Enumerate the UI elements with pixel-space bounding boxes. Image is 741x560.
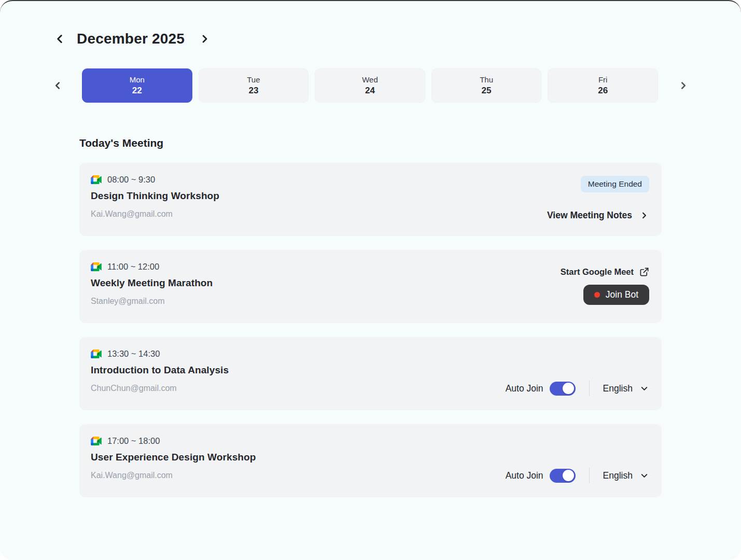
google-meet-icon <box>91 175 102 184</box>
chevron-left-icon <box>53 32 66 46</box>
day-card-tue-23[interactable]: Tue 23 <box>199 68 309 103</box>
meeting-organizer: ChunChun@gmail.com <box>91 384 229 393</box>
language-dropdown[interactable]: English <box>603 470 649 481</box>
meeting-scheduler-window: December 2025 Mon 22 Tue 23 Wed <box>0 0 741 560</box>
prev-month-button[interactable] <box>51 30 68 48</box>
chevron-left-icon <box>52 80 63 91</box>
toggle-knob <box>563 383 574 394</box>
meeting-time: 13:30 ~ 14:30 <box>107 349 160 359</box>
google-meet-icon <box>91 349 102 358</box>
meeting-time: 08:00 ~ 9:30 <box>107 175 155 185</box>
next-month-button[interactable] <box>196 30 214 48</box>
day-card-mon-22[interactable]: Mon 22 <box>82 68 192 103</box>
day-strip-next-button[interactable] <box>677 79 690 92</box>
chevron-right-icon <box>678 80 689 91</box>
google-meet-icon <box>91 262 102 271</box>
chevron-down-icon <box>639 471 649 481</box>
day-name: Thu <box>480 75 493 84</box>
view-meeting-notes-button[interactable]: View Meeting Notes <box>547 210 649 221</box>
meeting-organizer: Kai.Wang@gmail.com <box>91 209 219 219</box>
auto-join-toggle[interactable] <box>550 382 576 396</box>
day-date: 22 <box>132 86 142 96</box>
day-date: 25 <box>482 86 492 96</box>
section-title: Today's Meeting <box>79 137 662 149</box>
join-bot-button[interactable]: Join Bot <box>583 285 649 305</box>
day-date: 26 <box>598 86 608 96</box>
meeting-info: 11:00 ~ 12:00 Weekly Meeting Marathon St… <box>91 262 213 310</box>
status-badge: Meeting Ended <box>581 176 649 192</box>
divider <box>589 468 590 483</box>
chevron-right-icon <box>199 33 211 45</box>
day-card-fri-26[interactable]: Fri 26 <box>548 68 658 103</box>
day-date: 24 <box>365 86 375 96</box>
month-title: December 2025 <box>77 31 185 47</box>
language-dropdown[interactable]: English <box>603 383 649 394</box>
google-meet-icon <box>91 437 102 445</box>
day-name: Mon <box>130 75 145 84</box>
meeting-title: Design Thinking Workshop <box>91 190 219 202</box>
day-name: Tue <box>247 75 260 84</box>
meeting-card-ux-workshop: 17:00 ~ 18:00 User Experience Design Wor… <box>79 424 662 497</box>
month-header: December 2025 <box>51 30 690 48</box>
meeting-card-design-thinking: 08:00 ~ 9:30 Design Thinking Workshop Ka… <box>79 163 662 236</box>
auto-join-label: Auto Join <box>506 470 543 481</box>
meeting-info: 17:00 ~ 18:00 User Experience Design Wor… <box>91 436 256 484</box>
auto-join-toggle[interactable] <box>550 469 576 483</box>
meeting-organizer: Stanley@gmail.com <box>91 297 213 306</box>
day-date: 23 <box>248 86 258 96</box>
meeting-card-data-analysis: 13:30 ~ 14:30 Introduction to Data Analy… <box>79 337 662 410</box>
day-cards: Mon 22 Tue 23 Wed 24 Thu 25 Fri 26 <box>82 68 658 103</box>
day-card-wed-24[interactable]: Wed 24 <box>315 68 425 103</box>
meeting-actions: Meeting Ended View Meeting Notes <box>547 175 649 223</box>
view-meeting-notes-label: View Meeting Notes <box>547 210 632 221</box>
chevron-down-icon <box>639 384 649 394</box>
meeting-actions: Start Google Meet Join Bot <box>561 262 649 310</box>
meeting-title: Weekly Meeting Marathon <box>91 277 213 289</box>
meetings-section: Today's Meeting 08:00 ~ 9:30 Design Thin… <box>79 137 662 497</box>
meeting-time: 11:00 ~ 12:00 <box>107 262 159 272</box>
meeting-info: 13:30 ~ 14:30 Introduction to Data Analy… <box>91 349 229 397</box>
meeting-title: Introduction to Data Analysis <box>91 365 229 376</box>
meeting-organizer: Kai.Wang@gmail.com <box>91 471 256 480</box>
start-google-meet-button[interactable]: Start Google Meet <box>561 267 649 277</box>
day-card-thu-25[interactable]: Thu 25 <box>431 68 542 103</box>
meeting-info: 08:00 ~ 9:30 Design Thinking Workshop Ka… <box>91 175 219 223</box>
day-strip: Mon 22 Tue 23 Wed 24 Thu 25 Fri 26 <box>51 68 690 103</box>
day-name: Wed <box>362 75 378 84</box>
meeting-time: 17:00 ~ 18:00 <box>107 436 160 446</box>
start-google-meet-label: Start Google Meet <box>561 267 634 277</box>
meeting-list: 08:00 ~ 9:30 Design Thinking Workshop Ka… <box>79 163 662 497</box>
record-dot-icon <box>594 292 600 298</box>
language-value: English <box>603 383 633 394</box>
language-value: English <box>603 470 633 481</box>
chevron-right-icon <box>639 211 649 220</box>
toggle-knob <box>563 470 574 481</box>
meeting-title: User Experience Design Workshop <box>91 452 256 463</box>
meeting-actions: Auto Join English <box>506 349 649 397</box>
auto-join-label: Auto Join <box>506 383 543 394</box>
day-strip-prev-button[interactable] <box>51 79 64 92</box>
divider <box>589 381 590 396</box>
meeting-card-weekly-marathon: 11:00 ~ 12:00 Weekly Meeting Marathon St… <box>79 250 662 323</box>
join-bot-label: Join Bot <box>606 289 638 300</box>
external-link-icon <box>639 267 649 277</box>
meeting-actions: Auto Join English <box>506 436 649 484</box>
day-name: Fri <box>598 75 608 84</box>
